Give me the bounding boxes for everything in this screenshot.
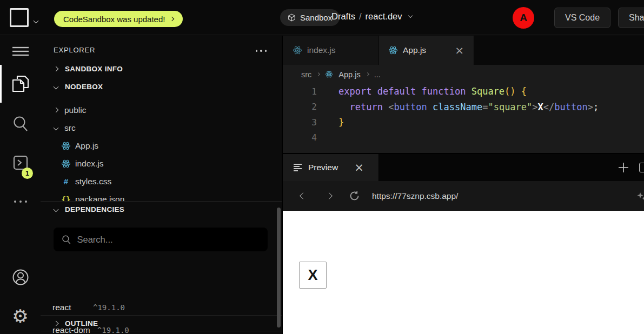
code-line[interactable]: 1export default function Square() {: [283, 84, 644, 99]
code-editor[interactable]: 1export default function Square() {2 ret…: [283, 84, 644, 153]
settings-icon[interactable]: ⚙: [0, 307, 41, 325]
package-row[interactable]: react ^19.1.0: [52, 303, 125, 312]
react-file-icon: [388, 45, 398, 55]
chevron-right-icon: [54, 108, 59, 113]
update-banner[interactable]: CodeSandbox was updated!: [54, 11, 183, 27]
chevron-right-icon: [170, 17, 174, 21]
file-tree: publicsrc App.js index.js#styles.css{}pa…: [41, 101, 282, 201]
editor-pane: index.js App.js × src App.js ... 1export…: [282, 36, 644, 334]
section-label: SANDBOX INFO: [65, 65, 123, 73]
square-button[interactable]: X: [299, 262, 327, 289]
explorer-title: EXPLORER: [54, 46, 95, 54]
package-name: react: [52, 303, 86, 312]
add-tab-icon[interactable]: [618, 162, 629, 173]
code-text: return <button className="square">X</but…: [317, 102, 599, 112]
line-number: 4: [283, 132, 317, 143]
explorer-more-icon[interactable]: [256, 50, 267, 52]
vs-code-button-label: VS Code: [565, 13, 600, 23]
section-label: OUTLINE: [65, 319, 98, 328]
back-icon[interactable]: [295, 193, 311, 198]
more-icon[interactable]: [0, 192, 41, 211]
section-dependencies[interactable]: DEPENDENCIES: [41, 201, 282, 217]
breadcrumb[interactable]: Drafts / react.dev: [331, 11, 412, 22]
explorer-sidebar: EXPLORER SANDBOX INFO NODEBOX publicsrc …: [41, 36, 282, 334]
tab-preview[interactable]: Preview ×: [283, 154, 379, 181]
breadcrumb-project[interactable]: react.dev: [366, 11, 402, 22]
tree-item-src[interactable]: src: [41, 119, 282, 137]
top-bar: CodeSandbox was updated! Sandbox Drafts …: [0, 0, 644, 35]
tab-label: Preview: [308, 163, 338, 172]
refresh-icon[interactable]: [346, 190, 362, 202]
tab-index-js[interactable]: index.js: [283, 36, 379, 65]
line-number: 1: [283, 86, 317, 97]
line-number: 3: [283, 117, 317, 128]
tree-item-App-js[interactable]: App.js: [41, 137, 282, 155]
preview-viewport: X: [283, 211, 644, 334]
sparkle-icon[interactable]: [636, 191, 644, 201]
editor-tab-bar: index.js App.js ×: [283, 36, 644, 65]
section-label: NODEBOX: [65, 83, 103, 91]
tree-item-label: package.json: [75, 195, 124, 202]
tree-item-public[interactable]: public: [41, 101, 282, 119]
preview-tab-bar: Preview ×: [283, 154, 644, 181]
breadcrumb-team[interactable]: Drafts: [331, 11, 355, 22]
package-version: ^19.1.0: [93, 303, 125, 312]
dependency-search: [54, 228, 268, 251]
search-icon[interactable]: [0, 115, 41, 133]
tab-label: index.js: [307, 45, 336, 55]
cube-icon: [288, 14, 296, 22]
code-line[interactable]: 3}: [283, 115, 644, 130]
vs-code-button[interactable]: VS Code: [554, 8, 610, 28]
code-line[interactable]: 4: [283, 130, 644, 146]
code-text: export default function Square() {: [317, 86, 527, 97]
tree-item-label: public: [64, 105, 87, 115]
react-file-icon: [61, 141, 71, 151]
section-outline[interactable]: OUTLINE: [41, 315, 282, 331]
code-line[interactable]: 2 return <button className="square">X</b…: [283, 99, 644, 115]
chevron-right-icon: [316, 72, 320, 76]
terminal-icon[interactable]: [0, 153, 41, 172]
breadcrumb-folder[interactable]: src: [301, 70, 311, 79]
url-text[interactable]: https://77sznp.csb.app/: [372, 191, 458, 201]
breadcrumb-symbol[interactable]: ...: [374, 70, 381, 79]
avatar[interactable]: A: [513, 7, 534, 29]
chevron-right-icon: [366, 72, 369, 76]
update-banner-label: CodeSandbox was updated!: [63, 15, 165, 24]
section-nodebox[interactable]: NODEBOX: [41, 79, 282, 94]
chevron-down-icon: [54, 207, 59, 212]
activity-bar: 1 ⚙: [0, 36, 41, 334]
preview-url-bar: https://77sznp.csb.app/: [283, 181, 644, 211]
workspace-chevron-down-icon[interactable]: [34, 15, 38, 25]
sandbox-badge-label: Sandbox: [300, 13, 332, 22]
profile-icon[interactable]: [0, 268, 41, 286]
explorer-header: EXPLORER: [41, 43, 282, 57]
tab-app-js[interactable]: App.js ×: [379, 36, 474, 65]
sidebar-scrollbar[interactable]: [277, 208, 281, 328]
line-number: 2: [283, 102, 317, 112]
search-input[interactable]: [77, 235, 260, 245]
sandbox-badge[interactable]: Sandbox: [280, 9, 340, 26]
css-file-icon: #: [61, 177, 71, 186]
share-button-label: Share: [629, 13, 644, 23]
chevron-down-icon: [54, 84, 59, 89]
search-icon: [62, 235, 71, 245]
close-preview-icon[interactable]: ×: [354, 162, 364, 173]
tree-item-index-js[interactable]: index.js: [41, 155, 282, 172]
share-button[interactable]: Share: [618, 8, 644, 28]
tree-item-styles-css[interactable]: #styles.css: [41, 172, 282, 190]
forward-icon[interactable]: [321, 193, 337, 198]
files-icon[interactable]: [0, 75, 41, 93]
react-file-icon: [325, 70, 333, 78]
menu-icon[interactable]: [0, 42, 41, 61]
section-sandbox-info[interactable]: SANDBOX INFO: [41, 61, 282, 76]
tree-item-package-json[interactable]: {}package.json: [41, 190, 282, 201]
layout-icon[interactable]: [639, 163, 644, 172]
tree-item-label: index.js: [75, 159, 104, 169]
codesandbox-logo[interactable]: [10, 8, 29, 27]
breadcrumb-file[interactable]: App.js: [338, 70, 360, 79]
terminal-badge: 1: [22, 168, 33, 179]
section-label: DEPENDENCIES: [65, 205, 124, 213]
close-tab-icon[interactable]: ×: [455, 45, 464, 56]
tree-item-label: App.js: [75, 141, 98, 151]
chevron-right-icon: [54, 66, 59, 71]
